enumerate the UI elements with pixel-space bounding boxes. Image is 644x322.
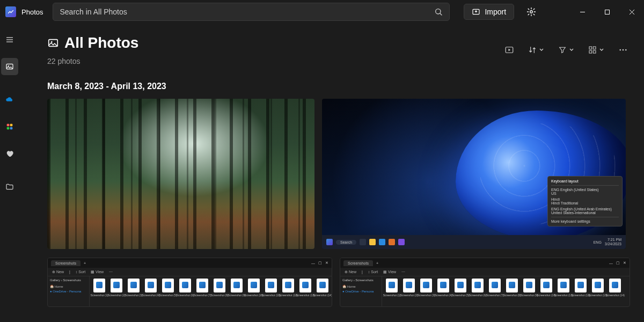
titlebar: Photos Import <box>0 0 644 24</box>
svg-rect-14 <box>10 124 13 127</box>
sidebar-onedrive[interactable] <box>1 91 18 108</box>
sidebar-menu-toggle[interactable] <box>1 31 18 48</box>
filter-button[interactable] <box>556 43 576 56</box>
svg-point-3 <box>530 11 533 13</box>
layout-button[interactable] <box>586 43 606 56</box>
svg-rect-13 <box>7 124 10 127</box>
photo-thumbnail[interactable]: Screenshots+—▢✕ ⊕ New| ↕ Sort ▦ View ⋯ G… <box>340 258 630 307</box>
close-button[interactable] <box>619 3 644 20</box>
svg-rect-23 <box>593 50 596 53</box>
photo-count: 22 photos <box>47 57 138 65</box>
photo-grid: Keyboard layout ENG English (United Stat… <box>47 99 630 307</box>
main-content: All Photos 22 photos <box>19 24 644 322</box>
svg-point-25 <box>623 49 624 51</box>
taskbar-in-screenshot: Search ENG 7:21 PM 3/24/2023 <box>322 235 626 249</box>
chevron-down-icon <box>539 47 544 53</box>
search-icon[interactable] <box>434 8 443 16</box>
import-label: Import <box>485 8 506 16</box>
settings-button[interactable] <box>522 2 541 21</box>
more-button[interactable] <box>616 43 630 57</box>
chevron-down-icon <box>599 47 604 53</box>
photos-icon <box>47 37 59 49</box>
svg-rect-5 <box>605 10 609 14</box>
svg-rect-21 <box>593 47 596 49</box>
sidebar <box>0 24 19 322</box>
date-range-header: March 8, 2023 - April 13, 2023 <box>47 82 630 91</box>
svg-point-24 <box>619 49 621 51</box>
minimize-button[interactable] <box>570 3 595 20</box>
slideshow-button[interactable] <box>502 43 516 57</box>
svg-point-26 <box>625 49 627 51</box>
sidebar-icloud[interactable] <box>1 118 18 135</box>
maximize-button[interactable] <box>595 3 619 20</box>
search-box[interactable] <box>53 3 450 21</box>
sidebar-all-photos[interactable] <box>1 58 18 75</box>
svg-rect-15 <box>7 127 10 130</box>
keyboard-layout-popup: Keyboard layout ENG English (United Stat… <box>547 176 623 226</box>
app-logo <box>5 6 16 17</box>
sort-button[interactable] <box>526 43 546 56</box>
import-icon <box>472 8 480 16</box>
photo-thumbnail[interactable]: Keyboard layout ENG English (United Stat… <box>322 99 626 249</box>
search-input[interactable] <box>60 8 434 16</box>
svg-line-1 <box>440 13 442 15</box>
chevron-down-icon <box>569 47 574 53</box>
sidebar-favorites[interactable] <box>1 145 18 162</box>
sidebar-folders[interactable] <box>1 178 18 195</box>
svg-rect-16 <box>10 127 13 130</box>
photo-thumbnail[interactable]: Screenshots+—▢✕ ⊕ New| ↕ Sort ▦ View ⋯ G… <box>47 258 332 307</box>
svg-rect-20 <box>589 47 592 49</box>
window-controls <box>570 3 644 20</box>
page-title: All Photos <box>64 34 138 52</box>
app-name: Photos <box>21 8 43 16</box>
svg-rect-22 <box>589 50 592 53</box>
import-button[interactable]: Import <box>464 4 514 20</box>
view-toolbar <box>502 43 630 57</box>
photo-thumbnail[interactable] <box>47 99 314 249</box>
start-icon <box>326 239 333 245</box>
